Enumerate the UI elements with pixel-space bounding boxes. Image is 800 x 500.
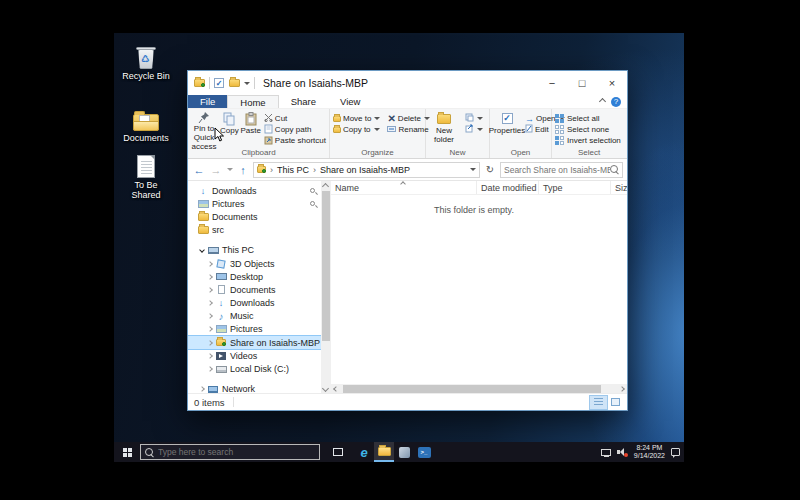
desktop-icon-documents[interactable]: Documents <box>120 99 172 143</box>
internet-explorer-button[interactable]: e <box>354 442 374 462</box>
help-icon[interactable]: ? <box>611 97 621 107</box>
scroll-right-icon[interactable] <box>619 386 625 392</box>
sidebar-item-documents-quick[interactable]: Documents <box>188 210 321 223</box>
explorer-search-box[interactable] <box>500 162 623 178</box>
desktop-icon-recycle-bin[interactable]: ♺ Recycle Bin <box>120 37 172 81</box>
easy-access-button[interactable] <box>463 124 485 135</box>
sidebar-item-downloads-quick[interactable]: ↓ Downloads <box>188 184 321 197</box>
tab-file[interactable]: File <box>188 95 227 108</box>
title-bar[interactable]: ✓ Share on Isaiahs-MBP − □ × <box>188 71 627 95</box>
select-none-button[interactable]: Select none <box>553 124 623 135</box>
column-header-name[interactable]: Name <box>331 181 477 194</box>
qat-new-folder-icon[interactable] <box>229 79 240 87</box>
maximize-button[interactable]: □ <box>567 71 597 95</box>
chevron-right-icon[interactable] <box>205 262 214 266</box>
sidebar-item-videos[interactable]: Videos <box>188 349 321 362</box>
sidebar-item-src-quick[interactable]: src <box>188 224 321 237</box>
task-view-button[interactable] <box>328 442 348 462</box>
select-all-button[interactable]: Select all <box>553 113 623 124</box>
details-view-button[interactable] <box>590 396 607 409</box>
column-header-date-modified[interactable]: Date modified <box>477 181 539 194</box>
chevron-right-icon[interactable] <box>205 288 214 292</box>
chevron-right-icon[interactable] <box>205 341 214 345</box>
qat-properties-icon[interactable]: ✓ <box>214 78 224 88</box>
sidebar-item-music[interactable]: ♪ Music <box>188 310 321 323</box>
back-button[interactable]: ← <box>192 164 206 176</box>
taskbar-search-input[interactable] <box>158 447 315 457</box>
sidebar-item-desktop[interactable]: Desktop <box>188 270 321 283</box>
copy-to-button[interactable]: Copy to <box>331 124 382 135</box>
chevron-right-icon[interactable] <box>205 275 214 279</box>
scroll-down-icon[interactable] <box>322 385 329 392</box>
desktop-icon-to-be-shared[interactable]: To Be Shared <box>120 146 172 200</box>
network-tray-icon[interactable] <box>601 449 611 456</box>
copy-button[interactable]: Copy <box>219 111 240 147</box>
address-dropdown-icon[interactable] <box>470 168 476 171</box>
column-header-type[interactable]: Type <box>539 181 611 194</box>
chevron-right-icon[interactable] <box>205 301 214 305</box>
delete-button[interactable]: ✕ Delete <box>385 113 432 124</box>
sidebar-scrollbar[interactable] <box>321 181 331 394</box>
copy-path-button[interactable]: Copy path <box>262 124 328 135</box>
sidebar-item-local-disk-c[interactable]: Local Disk (C:) <box>188 362 321 375</box>
paste-label: Paste <box>241 126 261 135</box>
cut-button[interactable]: Cut <box>262 113 328 124</box>
column-header-size[interactable]: Size <box>611 181 627 194</box>
breadcrumb-this-pc[interactable]: This PC <box>277 165 309 175</box>
breadcrumb-current[interactable]: Share on Isaiahs-MBP <box>320 165 410 175</box>
file-list-area[interactable]: Name Date modified Type Size Th <box>331 181 627 394</box>
chevron-right-icon[interactable] <box>197 387 206 391</box>
pin-to-quick-access-button[interactable]: Pin to Quick access <box>189 111 219 147</box>
chevron-down-icon[interactable] <box>197 248 206 252</box>
properties-button[interactable]: ✓ Properties <box>491 111 523 147</box>
delete-label: Delete <box>398 114 421 123</box>
taskbar-search-box[interactable] <box>140 444 320 460</box>
invert-selection-button[interactable]: Invert selection <box>553 135 623 146</box>
sidebar-item-3d-objects[interactable]: 3D Objects <box>188 257 321 270</box>
sidebar-item-this-pc[interactable]: This PC <box>188 244 321 257</box>
paste-button[interactable]: Paste <box>240 111 262 147</box>
sidebar-item-documents[interactable]: Documents <box>188 283 321 296</box>
scrollbar-thumb[interactable] <box>322 191 330 341</box>
paste-shortcut-button[interactable]: Paste shortcut <box>262 135 328 146</box>
up-button[interactable]: ↑ <box>236 164 250 176</box>
volume-muted-icon[interactable] <box>617 448 628 457</box>
refresh-button[interactable]: ↻ <box>483 164 497 175</box>
explorer-search-input[interactable] <box>504 165 610 175</box>
powershell-button[interactable]: >_ <box>414 442 434 462</box>
rename-button[interactable]: Rename <box>385 124 432 135</box>
scrollbar-thumb[interactable] <box>343 385 601 393</box>
tab-home[interactable]: Home <box>227 95 278 108</box>
large-icons-view-button[interactable] <box>607 396 624 409</box>
start-button[interactable] <box>114 442 140 462</box>
tab-share[interactable]: Share <box>279 95 328 108</box>
scroll-up-icon[interactable] <box>322 183 329 190</box>
scroll-left-icon[interactable] <box>333 386 339 392</box>
chevron-right-icon[interactable] <box>205 314 214 318</box>
recent-locations-icon[interactable] <box>227 168 233 171</box>
action-center-icon[interactable] <box>671 448 680 456</box>
close-button[interactable]: × <box>597 71 627 95</box>
move-to-button[interactable]: Move to <box>331 113 382 124</box>
sidebar-item-pictures[interactable]: Pictures <box>188 323 321 336</box>
chevron-right-icon[interactable] <box>205 367 214 371</box>
sidebar-item-share-on-isaiahs-mbp[interactable]: Share on Isaiahs-MBP <box>188 336 321 349</box>
forward-button[interactable]: → <box>209 164 223 176</box>
sidebar-item-pictures-quick[interactable]: Pictures <box>188 197 321 210</box>
app-button[interactable] <box>394 442 414 462</box>
sidebar-item-downloads[interactable]: ↓ Downloads <box>188 297 321 310</box>
chevron-right-icon[interactable] <box>205 354 214 358</box>
downloads-icon: ↓ <box>196 186 210 196</box>
file-explorer-button[interactable] <box>374 442 394 462</box>
new-item-button[interactable] <box>463 113 485 124</box>
breadcrumb[interactable]: › This PC › Share on Isaiahs-MBP <box>253 162 480 178</box>
qat-dropdown-icon[interactable] <box>244 82 250 85</box>
folder-icon <box>196 226 210 234</box>
minimize-button[interactable]: − <box>537 71 567 95</box>
chevron-right-icon[interactable] <box>205 327 214 331</box>
tab-view[interactable]: View <box>328 95 372 108</box>
sidebar-item-label: Documents <box>212 212 258 222</box>
new-folder-button[interactable]: New folder <box>427 111 461 147</box>
taskbar-clock[interactable]: 8:24 PM 9/14/2022 <box>634 444 665 460</box>
collapse-ribbon-icon[interactable] <box>599 98 606 105</box>
